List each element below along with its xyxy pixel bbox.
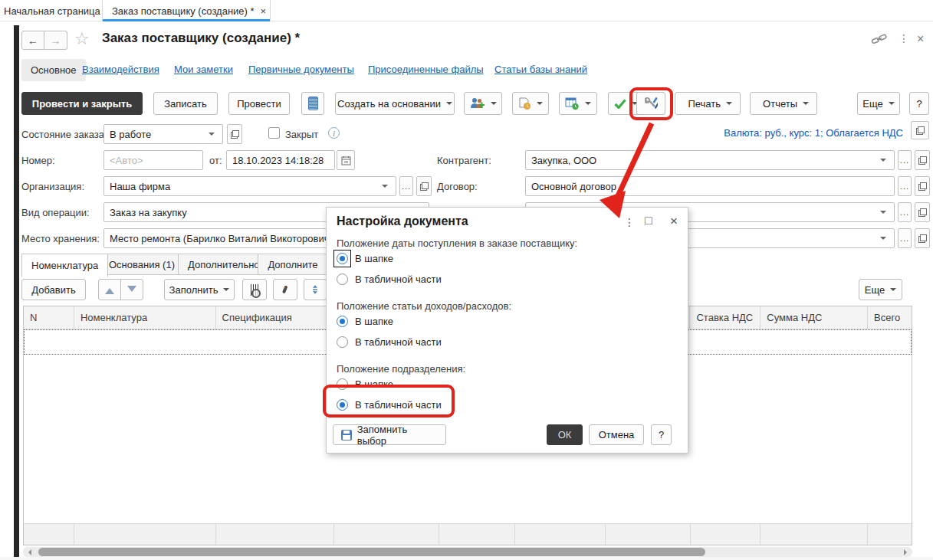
document-settings-button[interactable] (636, 92, 665, 115)
extra-open-button[interactable] (915, 228, 930, 248)
organization-field[interactable]: Наша фирма (103, 176, 396, 196)
cancel-button[interactable]: Отмена (589, 424, 644, 445)
ok-button[interactable]: ОК (547, 424, 583, 445)
fill-button[interactable]: Заполнить (164, 279, 235, 300)
tab-additional-2[interactable]: Дополните (258, 254, 328, 275)
col-header-vat-sum[interactable]: Сумма НДС (761, 306, 868, 329)
tab-home-page[interactable]: Начальная страница (0, 0, 110, 21)
radio-expense-tabular[interactable]: В табличной части (337, 336, 442, 348)
get-link-icon[interactable] (871, 34, 888, 47)
dropdown-icon[interactable] (878, 208, 889, 217)
counterparty-field[interactable]: Закупка, ООО (525, 150, 895, 170)
responsible-ellipsis-button[interactable]: ... (898, 202, 912, 222)
tab-close-icon[interactable]: × (261, 5, 267, 17)
move-up-button[interactable] (98, 279, 121, 300)
currency-open-button[interactable] (911, 121, 929, 139)
organization-open-button[interactable] (416, 176, 432, 196)
dropdown-icon[interactable] (206, 129, 217, 139)
register-list-icon (308, 97, 318, 110)
counterparty-ellipsis-button[interactable]: ... (898, 150, 912, 170)
radio-icon[interactable] (337, 316, 348, 327)
table-more-button[interactable]: Еще (859, 279, 902, 300)
closed-checkbox[interactable] (268, 127, 280, 139)
write-button[interactable]: Записать (153, 92, 218, 115)
dialog-maximize-icon[interactable]: □ (645, 214, 652, 228)
state-open-button[interactable] (227, 124, 242, 144)
tab-grounds[interactable]: Основания (1) (99, 254, 185, 275)
radio-icon[interactable] (337, 253, 348, 264)
move-down-button[interactable] (120, 279, 143, 300)
more-button[interactable]: Еще (857, 92, 900, 115)
number-field[interactable]: <Авто> (103, 150, 203, 170)
tab-current-document[interactable]: Заказ поставщику (создание) * × (102, 0, 271, 21)
remember-choice-button[interactable]: Запомнить выбор (333, 424, 446, 445)
post-and-close-button[interactable]: Провести и закрыть (21, 92, 143, 115)
navlink-main[interactable]: Основное (21, 59, 86, 81)
create-based-on-button[interactable]: Создать на основании (335, 92, 455, 115)
radio-department-tabular[interactable]: В табличной части (337, 399, 442, 411)
radio-icon[interactable] (337, 273, 348, 285)
radio-department-header[interactable]: В шапке (337, 378, 393, 390)
info-icon[interactable]: i (328, 127, 340, 139)
calendar-button[interactable] (337, 150, 355, 170)
document-deadline-button[interactable] (512, 92, 549, 115)
organization-ellipsis-button[interactable]: ... (399, 176, 413, 196)
scanner-button[interactable] (273, 279, 297, 300)
barcode-search-button[interactable] (242, 279, 267, 300)
col-header-total[interactable]: Всего (868, 306, 912, 329)
scrollbar-thumb[interactable] (38, 548, 705, 556)
navlink-interactions[interactable]: Взаимодействия (82, 64, 159, 75)
counterparty-open-button[interactable] (915, 150, 930, 170)
add-row-button[interactable]: Добавить (21, 279, 86, 300)
radio-date-tabular[interactable]: В табличной части (337, 273, 442, 285)
planner-button[interactable] (559, 92, 597, 115)
date-field[interactable]: 18.10.2023 14:18:28 (226, 150, 335, 170)
scroll-left-icon[interactable] (25, 549, 31, 555)
favorite-star-icon[interactable]: ☆ (74, 29, 90, 49)
number-placeholder: <Авто> (110, 155, 197, 166)
reports-button[interactable]: Отчеты (750, 92, 817, 115)
scroll-right-icon[interactable] (904, 549, 910, 555)
col-header-specification[interactable]: Спецификация (216, 306, 335, 329)
state-field[interactable]: В работе (103, 124, 223, 144)
col-header-vat-rate[interactable]: Ставка НДС (690, 306, 761, 329)
responsible-open-button[interactable] (915, 202, 930, 222)
radio-icon[interactable] (337, 399, 348, 411)
print-button[interactable]: Печать (675, 92, 741, 115)
back-button[interactable]: ← (21, 31, 44, 50)
radio-icon[interactable] (337, 336, 348, 348)
currency-info-line[interactable]: Валюта: руб., курс: 1; Облагается НДС (537, 127, 903, 139)
post-and-close-label: Провести и закрыть (32, 98, 132, 110)
contract-open-button[interactable] (915, 176, 930, 196)
ellipsis-icon: ... (900, 182, 909, 191)
navlink-notes[interactable]: Мои заметки (174, 64, 233, 75)
tab-nomenclature[interactable]: Номенклатура (21, 254, 108, 277)
dropdown-icon[interactable] (878, 234, 889, 243)
more-menu-icon[interactable]: ⋮ (899, 32, 909, 44)
navlink-attached-files[interactable]: Присоединенные файлы (368, 64, 484, 75)
document-register-button[interactable] (301, 92, 324, 115)
dropdown-icon[interactable] (379, 182, 390, 191)
row-height-button[interactable] (304, 279, 327, 300)
post-button[interactable]: Провести (228, 92, 290, 115)
contract-field[interactable]: Основной договор (525, 176, 895, 196)
dialog-close-icon[interactable]: × (670, 214, 678, 229)
navlink-kb-articles[interactable]: Статьи базы знаний (494, 64, 587, 75)
dialog-menu-icon[interactable]: ⋮ (624, 216, 635, 228)
radio-date-header[interactable]: В шапке (337, 253, 393, 264)
close-form-icon[interactable]: × (917, 32, 924, 46)
help-button[interactable]: ? (909, 92, 929, 115)
dropdown-icon[interactable] (878, 156, 889, 165)
contract-ellipsis-button[interactable]: ... (898, 176, 912, 196)
radio-expense-header[interactable]: В шапке (337, 316, 393, 327)
dialog-help-button[interactable]: ? (651, 424, 672, 445)
forward-button[interactable]: → (44, 31, 67, 50)
col-header-n[interactable]: N (24, 306, 74, 329)
col-header-nomenclature[interactable]: Номенклатура (74, 306, 216, 329)
extra-ellipsis-button[interactable]: ... (898, 228, 912, 248)
tab-additional[interactable]: Дополнительно (178, 254, 270, 275)
horizontal-scrollbar[interactable] (23, 547, 912, 557)
radio-icon[interactable] (337, 378, 348, 390)
contact-tasks-button[interactable] (464, 92, 502, 115)
navlink-primary-docs[interactable]: Первичные документы (248, 64, 354, 75)
